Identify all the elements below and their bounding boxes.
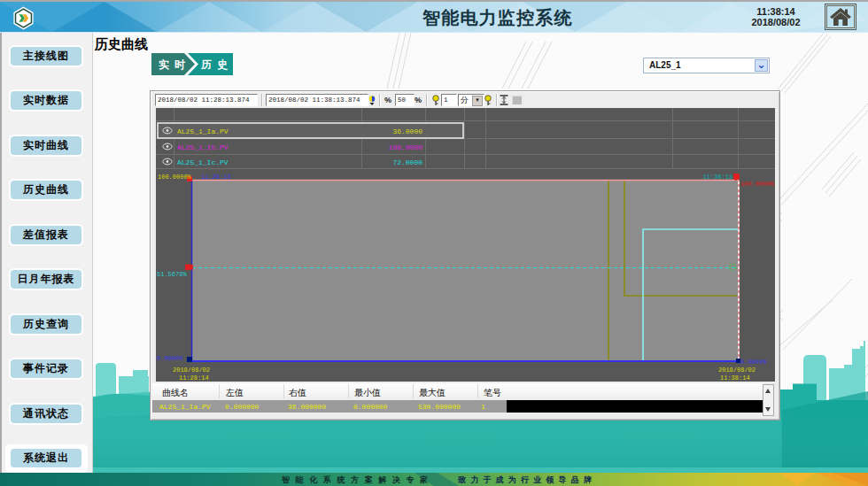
svg-text:100.0000%: 100.0000%	[740, 181, 775, 188]
svg-text:0.0000%: 0.0000%	[157, 355, 183, 362]
svg-text:AL25_1_Ia.PV: AL25_1_Ia.PV	[177, 127, 229, 135]
svg-text:实时: 实时	[159, 58, 190, 71]
svg-text:11:28:13: 11:28:13	[201, 174, 231, 181]
svg-text:AL25_1_Ic.PV: AL25_1_Ic.PV	[177, 158, 229, 166]
svg-text:11:38:13: 11:38:13	[702, 174, 732, 181]
svg-text:致力于成为行业领导品牌: 致力于成为行业领导品牌	[457, 475, 596, 484]
svg-text:2018/08/02: 2018/08/02	[173, 366, 210, 374]
svg-text:2018/08/02: 2018/08/02	[718, 366, 756, 374]
svg-text:100.0000%: 100.0000%	[158, 174, 192, 181]
svg-text:AL25_1_Ib.PV: AL25_1_Ib.PV	[177, 143, 229, 151]
svg-text:11:28:14: 11:28:14	[179, 374, 209, 382]
svg-text:36.0000: 36.0000	[392, 127, 422, 135]
svg-text:51.5679%: 51.5679%	[157, 271, 187, 278]
svg-text:历史: 历史	[200, 58, 233, 71]
svg-text:11:38:14: 11:38:14	[720, 374, 750, 382]
svg-text:智能化系统方案解决专家: 智能化系统方案解决专家	[281, 475, 434, 484]
svg-text:72.0000: 72.0000	[392, 158, 422, 166]
svg-text:108.0000: 108.0000	[389, 143, 423, 151]
svg-text:0.0000%: 0.0000%	[740, 359, 767, 366]
